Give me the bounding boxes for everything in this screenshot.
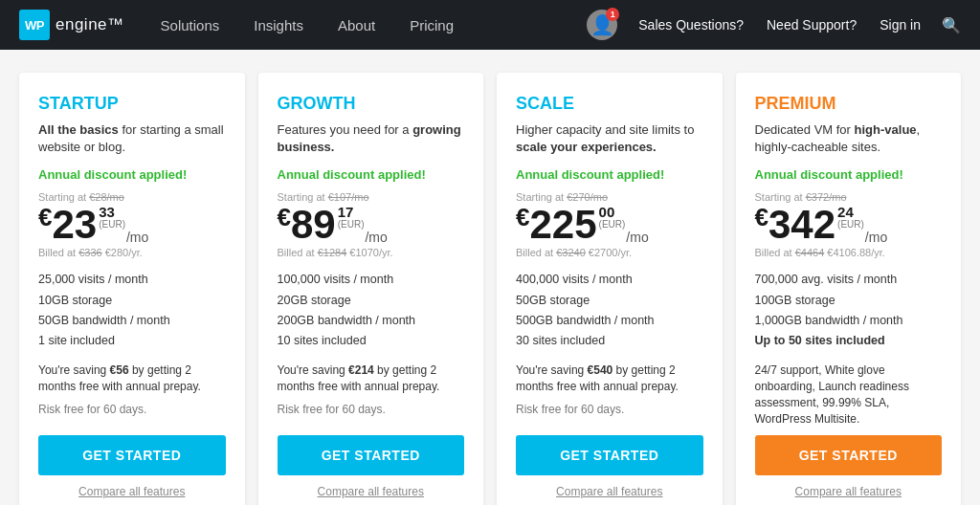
billed-new-premium: €4106.88/yr.	[824, 247, 885, 258]
plan-name-scale: SCALE	[516, 94, 703, 114]
price-sup-scale: 00 (EUR)	[599, 205, 626, 231]
compare-link-premium[interactable]: Compare all features	[755, 485, 943, 498]
price-sup-startup: 33 (EUR)	[99, 205, 125, 231]
billed-at-premium: Billed at €4464 €4106.88/yr.	[755, 247, 943, 258]
saving-premium: 24/7 support, White glove onboarding, La…	[755, 362, 943, 427]
nav-link-pricing[interactable]: Pricing	[392, 0, 471, 50]
cta-area-growth: GET STARTED Compare all features	[278, 435, 465, 498]
sales-questions-link[interactable]: Sales Questions?	[629, 17, 753, 33]
get-started-button-scale[interactable]: GET STARTED	[516, 435, 703, 475]
nav-right: 👤 1 Sales Questions? Need Support? Sign …	[587, 10, 961, 40]
feature-item: 30 sites included	[516, 331, 703, 351]
plan-desc-scale: Higher capacity and site limits to scale…	[516, 121, 703, 156]
saving-amount-startup: €56	[110, 363, 129, 377]
billed-new-startup: €280/yr.	[102, 247, 143, 258]
plan-desc-before-premium: Dedicated VM for	[755, 122, 855, 137]
discount-label-scale: Annual discount applied!	[516, 167, 703, 182]
nav-link-about[interactable]: About	[321, 0, 392, 50]
price-eur-label-startup: (EUR)	[99, 219, 125, 231]
avatar-wrap[interactable]: 👤 1	[587, 10, 617, 40]
price-row-scale: € 225 00 (EUR) /mo	[516, 205, 703, 245]
price-sup-growth: 17 (EUR)	[338, 205, 365, 231]
billed-old-growth: €1284	[318, 247, 347, 258]
price-euro-startup: €	[38, 205, 52, 230]
feature-item: 10 sites included	[278, 331, 465, 351]
feature-item: 50GB bandwidth / month	[38, 311, 226, 331]
search-icon[interactable]: 🔍	[942, 16, 961, 34]
get-started-button-startup[interactable]: GET STARTED	[38, 435, 226, 475]
price-mo-premium: /mo	[865, 230, 887, 245]
billed-old-startup: €336	[78, 247, 101, 258]
features-scale: 400,000 visits / month 50GB storage 500G…	[516, 270, 703, 351]
price-mo-scale: /mo	[626, 230, 648, 245]
feature-item: 1,000GB bandwidth / month	[755, 311, 943, 331]
price-euro-growth: €	[278, 205, 291, 230]
feature-item: 20GB storage	[278, 291, 465, 311]
feature-item: 400,000 visits / month	[516, 270, 703, 290]
feature-item: 100,000 visits / month	[278, 270, 465, 290]
billed-new-scale: €2700/yr.	[586, 247, 632, 258]
price-main-growth: 89	[291, 205, 336, 245]
nav-link-solutions[interactable]: Solutions	[144, 0, 237, 50]
need-support-link[interactable]: Need Support?	[757, 17, 866, 33]
logo[interactable]: WP engine™	[19, 10, 124, 40]
plan-desc-bold-premium: high-value	[855, 122, 917, 137]
plan-card-startup: STARTUP All the basics for starting a sm…	[19, 73, 245, 505]
saving-amount-growth: €214	[348, 363, 374, 377]
compare-link-scale[interactable]: Compare all features	[516, 485, 703, 498]
plan-desc-startup: All the basics for starting a small webs…	[38, 121, 226, 156]
discount-label-premium: Annual discount applied!	[755, 167, 943, 182]
nav-links: Solutions Insights About Pricing	[144, 0, 588, 50]
plan-name-growth: GROWTH	[278, 94, 465, 114]
price-cents-scale: 00	[599, 205, 626, 219]
get-started-button-premium[interactable]: GET STARTED	[755, 435, 943, 475]
features-premium: 700,000 avg. visits / month 100GB storag…	[755, 270, 943, 351]
discount-label-growth: Annual discount applied!	[278, 167, 465, 182]
plan-desc-premium: Dedicated VM for high-value, highly-cach…	[755, 121, 943, 156]
price-eur-label-scale: (EUR)	[599, 219, 626, 231]
nav-link-insights[interactable]: Insights	[236, 0, 321, 50]
billed-at-startup: Billed at €336 €280/yr.	[38, 247, 226, 258]
price-row-growth: € 89 17 (EUR) /mo	[278, 205, 465, 245]
plan-card-scale: SCALE Higher capacity and site limits to…	[497, 73, 723, 505]
price-euro-premium: €	[755, 205, 768, 230]
price-main-scale: 225	[529, 205, 596, 245]
pricing-section: STARTUP All the basics for starting a sm…	[0, 50, 980, 505]
plan-desc-bold-startup: All the basics	[38, 122, 119, 137]
billed-old-scale: €3240	[556, 247, 586, 258]
cta-area-premium: GET STARTED Compare all features	[755, 435, 943, 498]
price-mo-growth: /mo	[365, 230, 387, 245]
feature-item: 700,000 avg. visits / month	[755, 270, 943, 290]
price-mo-startup: /mo	[126, 230, 148, 245]
feature-item: 100GB storage	[755, 291, 943, 311]
cta-area-scale: GET STARTED Compare all features	[516, 435, 703, 498]
plan-desc-growth: Features you need for a growing business…	[278, 121, 465, 156]
saving-startup: You're saving €56 by getting 2 months fr…	[38, 362, 226, 395]
billed-at-scale: Billed at €3240 €2700/yr.	[516, 247, 703, 258]
price-cents-premium: 24	[837, 205, 864, 219]
compare-link-startup[interactable]: Compare all features	[38, 485, 226, 498]
sign-in-link[interactable]: Sign in	[870, 17, 930, 33]
price-cents-startup: 33	[99, 205, 125, 219]
feature-item: 200GB bandwidth / month	[278, 311, 465, 331]
billed-new-growth: €1070/yr.	[346, 247, 392, 258]
get-started-button-growth[interactable]: GET STARTED	[278, 435, 465, 475]
saving-growth: You're saving €214 by getting 2 months f…	[278, 362, 465, 395]
feature-item: 500GB bandwidth / month	[516, 311, 703, 331]
logo-engine-text: engine™	[56, 15, 124, 34]
price-main-startup: 23	[52, 205, 97, 245]
compare-link-growth[interactable]: Compare all features	[278, 485, 465, 498]
plan-desc-before-scale: Higher capacity and site limits to	[516, 122, 694, 137]
risk-free-growth: Risk free for 60 days.	[278, 403, 465, 416]
saving-amount-scale: €540	[588, 363, 613, 377]
billed-at-growth: Billed at €1284 €1070/yr.	[278, 247, 465, 258]
feature-item: 50GB storage	[516, 291, 703, 311]
price-euro-scale: €	[516, 205, 529, 230]
price-row-startup: € 23 33 (EUR) /mo	[38, 205, 226, 245]
features-growth: 100,000 visits / month 20GB storage 200G…	[278, 270, 465, 351]
feature-item: 10GB storage	[38, 291, 226, 311]
price-sup-premium: 24 (EUR)	[837, 205, 864, 231]
price-main-premium: 342	[768, 205, 835, 245]
saving-scale: You're saving €540 by getting 2 months f…	[516, 362, 703, 395]
price-row-premium: € 342 24 (EUR) /mo	[755, 205, 943, 245]
